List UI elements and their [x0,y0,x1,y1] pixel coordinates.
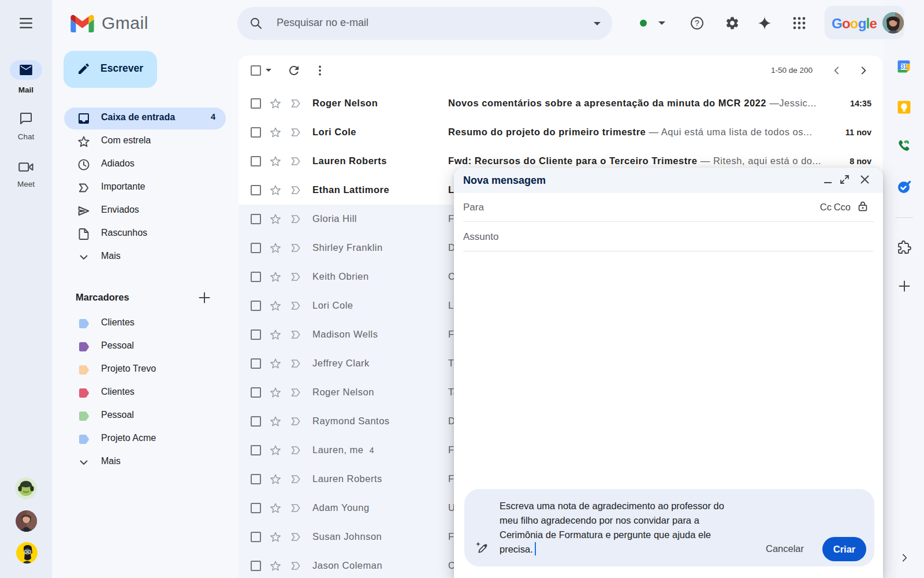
svg-text:31: 31 [901,64,908,70]
svg-text:?: ? [695,18,699,28]
